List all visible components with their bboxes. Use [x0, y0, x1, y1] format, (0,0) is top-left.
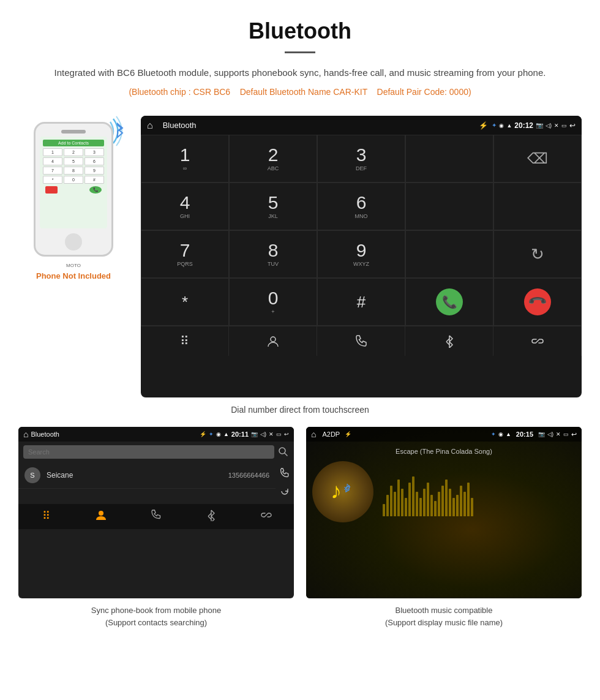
- pb-nav-bt[interactable]: [184, 509, 239, 524]
- music-back-icon[interactable]: ↩: [571, 431, 577, 438]
- music-album-area: ♪: [312, 461, 576, 522]
- pb-window-icon[interactable]: ▭: [276, 431, 282, 437]
- phone-keypad: 1 2 3 4 5 6 7 8 9 * 0 #: [43, 148, 104, 184]
- music-song-title: Escape (The Pina Colada Song): [396, 448, 492, 455]
- waveform-bar: [467, 483, 470, 516]
- status-icons: ✦ ◉ ▲ 20:12 📷 ◁) ✕ ▭ ↩: [492, 121, 576, 130]
- phone-screen: Add to Contacts 1 2 3 4 5 6 7 8 9 *: [40, 137, 107, 228]
- music-album-art: ♪: [312, 461, 373, 522]
- contact-name: Seicane: [47, 471, 222, 480]
- dial-key-end[interactable]: 📞: [493, 278, 582, 326]
- dialer-bottom-nav: ⠿: [141, 326, 582, 356]
- pb-nav-link[interactable]: [239, 509, 294, 524]
- music-window-icon[interactable]: ▭: [563, 431, 569, 437]
- back-icon[interactable]: ↩: [569, 121, 576, 130]
- pb-nav-phone[interactable]: [129, 509, 184, 524]
- volume-icon[interactable]: ◁): [546, 122, 552, 129]
- nav-contacts[interactable]: [229, 326, 317, 356]
- pb-location-icon: ◉: [216, 431, 221, 437]
- music-status-bar: ⌂ A2DP ⚡ ✦ ◉ ▲ 20:15 📷 ◁) ✕ ▭ ↩: [306, 427, 582, 442]
- nav-link[interactable]: [493, 326, 582, 356]
- waveform-bar: [405, 498, 407, 516]
- phone-key: 6: [84, 157, 104, 165]
- waveform-bar: [390, 486, 392, 516]
- dial-key-empty-4: [405, 230, 493, 278]
- pb-usb-icon: ⚡: [200, 431, 206, 437]
- music-location: ◉: [498, 431, 503, 437]
- phonebook-screen: ⌂ Bluetooth ⚡ ✦ ◉ ▲ 20:11 📷 ◁) ✕ ▭ ↩: [18, 427, 294, 598]
- waveform-bar: [441, 486, 444, 516]
- music-home-icon[interactable]: ⌂: [311, 429, 316, 439]
- waveform-bar: [452, 498, 455, 516]
- nav-bluetooth[interactable]: [405, 326, 493, 356]
- dial-key-3[interactable]: 3DEF: [317, 135, 405, 183]
- nav-phone[interactable]: [317, 326, 405, 356]
- dial-key-6[interactable]: 6MNO: [317, 183, 405, 230]
- waveform-bar: [434, 501, 437, 516]
- dial-key-1[interactable]: 1∞: [141, 135, 229, 183]
- phone-screen-header: Add to Contacts: [43, 140, 104, 146]
- pb-close-icon[interactable]: ✕: [269, 431, 274, 437]
- waveform-bar: [430, 495, 433, 516]
- dial-key-0[interactable]: 0+: [229, 278, 317, 326]
- phone-key: 0: [64, 176, 83, 184]
- phone-key: #: [84, 176, 104, 184]
- pb-reload-icon[interactable]: [279, 486, 290, 497]
- pb-contact-item[interactable]: S Seicane 13566664466: [18, 462, 276, 489]
- phone-key: 5: [64, 157, 83, 165]
- pb-back-icon[interactable]: ↩: [284, 431, 289, 437]
- dial-key-8[interactable]: 8TUV: [229, 230, 317, 278]
- phone-key: 4: [43, 157, 62, 165]
- waveform-bar: [427, 483, 429, 516]
- pb-nav-contacts[interactable]: [73, 509, 129, 524]
- home-icon[interactable]: ⌂: [147, 120, 153, 131]
- svg-point-2: [99, 511, 103, 516]
- music-close-icon[interactable]: ✕: [556, 431, 561, 437]
- phone-key: 3: [84, 148, 104, 156]
- dial-key-5[interactable]: 5JKL: [229, 183, 317, 230]
- pb-search-row: [18, 442, 294, 462]
- pb-vol-icon[interactable]: ◁): [260, 431, 266, 437]
- nav-dialpad[interactable]: ⠿: [141, 326, 229, 356]
- dial-key-7[interactable]: 7PQRS: [141, 230, 229, 278]
- dialer-title: Bluetooth: [157, 118, 476, 132]
- music-caption-line1: Bluetooth music compatible: [396, 606, 493, 615]
- pb-phone-icon[interactable]: [279, 467, 290, 478]
- phone-key: 2: [64, 148, 83, 156]
- camera-icon[interactable]: 📷: [536, 122, 543, 129]
- music-caption: Bluetooth music compatible (Support disp…: [306, 604, 582, 628]
- bluetooth-info: (Bluetooth chip : CSR BC6 Default Blueto…: [37, 85, 563, 99]
- pb-nav-dialpad[interactable]: ⠿: [18, 509, 73, 524]
- waveform-bar: [423, 489, 426, 516]
- dial-key-backspace[interactable]: ⌫: [493, 135, 582, 183]
- dial-key-reload[interactable]: ↻: [493, 230, 582, 278]
- music-content: Escape (The Pina Colada Song) ♪: [306, 442, 582, 529]
- pb-home-icon[interactable]: ⌂: [23, 429, 28, 439]
- bt-chip: (Bluetooth chip : CSR BC6: [129, 87, 230, 97]
- phonebook-caption-line1: Sync phone-book from mobile phone: [91, 606, 221, 615]
- usb-icon: ⚡: [479, 121, 488, 130]
- waveform-bar: [416, 492, 418, 516]
- dial-key-9[interactable]: 9WXYZ: [317, 230, 405, 278]
- phone-home-button: [65, 233, 82, 250]
- search-input[interactable]: [23, 445, 274, 459]
- time-display: 20:12: [514, 121, 533, 130]
- window-icon[interactable]: ▭: [561, 122, 567, 129]
- dial-key-hash[interactable]: #: [317, 278, 405, 326]
- search-icon[interactable]: [278, 446, 289, 457]
- dial-key-star[interactable]: *: [141, 278, 229, 326]
- waveform-bar: [408, 483, 411, 516]
- pb-contact-area: S Seicane 13566664466: [18, 462, 294, 502]
- music-vol-icon[interactable]: ◁): [547, 431, 553, 437]
- pb-camera-icon[interactable]: 📷: [251, 431, 258, 437]
- phone-key: *: [43, 176, 62, 184]
- close-icon[interactable]: ✕: [554, 122, 559, 129]
- dial-key-call[interactable]: 📞: [405, 278, 493, 326]
- music-screen: ⌂ A2DP ⚡ ✦ ◉ ▲ 20:15 📷 ◁) ✕ ▭ ↩ Escape (: [306, 427, 582, 598]
- music-camera-icon[interactable]: 📷: [538, 431, 545, 437]
- dial-key-4[interactable]: 4GHI: [141, 183, 229, 230]
- pb-status-bar: ⌂ Bluetooth ⚡ ✦ ◉ ▲ 20:11 📷 ◁) ✕ ▭ ↩: [18, 427, 294, 442]
- music-card: ⌂ A2DP ⚡ ✦ ◉ ▲ 20:15 📷 ◁) ✕ ▭ ↩ Escape (: [306, 427, 582, 628]
- dial-key-2[interactable]: 2ABC: [229, 135, 317, 183]
- music-wifi: ▲: [506, 431, 511, 437]
